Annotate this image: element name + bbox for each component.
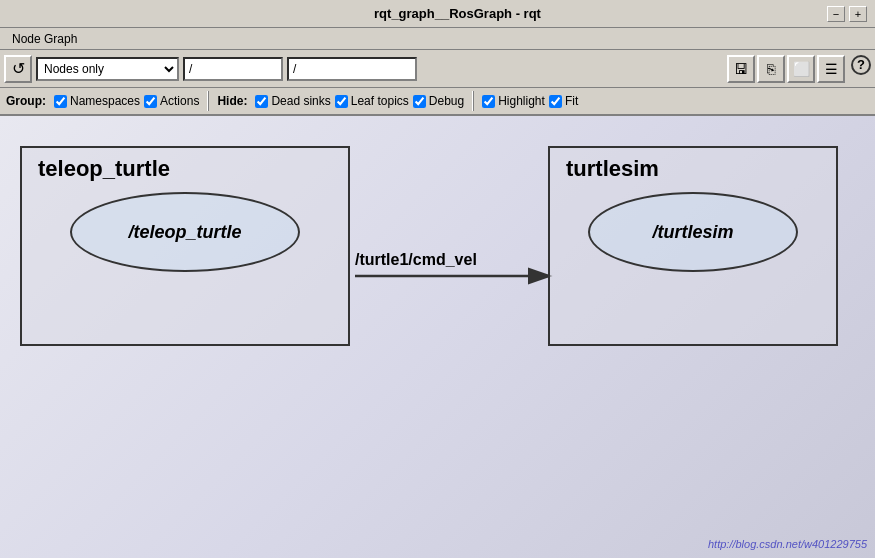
options-bar: Group: Namespaces Actions Hide: Dead sin… [0,88,875,116]
dead-sinks-checkbox[interactable] [255,95,268,108]
view-mode-container: Nodes only Nodes/Topics (all) Nodes/Topi… [36,57,179,81]
dead-sinks-label: Dead sinks [271,94,330,108]
topic-label-container: /turtle1/cmd_vel [355,251,477,269]
config-icon: ☰ [825,61,838,77]
window-title: rqt_graph__RosGraph - rqt [88,6,827,21]
teleop-turtle-node-group: teleop_turtle /teleop_turtle [20,146,350,346]
teleop-turtle-ellipse: /teleop_turtle [70,192,300,272]
hide-label: Hide: [217,94,247,108]
namespaces-checkbox[interactable] [54,95,67,108]
title-bar: rqt_graph__RosGraph - rqt − + [0,0,875,28]
separator-2 [472,91,474,111]
teleop-turtle-ellipse-label: /teleop_turtle [128,222,241,243]
export-button[interactable]: ⬜ [787,55,815,83]
teleop-turtle-title: teleop_turtle [30,156,340,182]
minimize-button[interactable]: − [827,6,845,22]
menu-bar: Node Graph [0,28,875,50]
copy-button[interactable]: ⎘ [757,55,785,83]
menu-node-graph[interactable]: Node Graph [6,30,83,48]
graph-canvas: teleop_turtle /teleop_turtle /turtle1/cm… [0,116,875,558]
debug-option[interactable]: Debug [413,94,464,108]
debug-label: Debug [429,94,464,108]
toolbar-icons: 🖫 ⎘ ⬜ ☰ ? [727,55,871,83]
topic-filter-input[interactable] [287,57,417,81]
turtlesim-ellipse-label: /turtlesim [652,222,733,243]
copy-icon: ⎘ [767,61,775,77]
maximize-button[interactable]: + [849,6,867,22]
export-icon: ⬜ [793,61,810,77]
highlight-label: Highlight [498,94,545,108]
namespace-filter-input[interactable] [183,57,283,81]
namespaces-option[interactable]: Namespaces [54,94,140,108]
leaf-topics-label: Leaf topics [351,94,409,108]
window-controls: − + [827,6,867,22]
dead-sinks-option[interactable]: Dead sinks [255,94,330,108]
refresh-button[interactable]: ↺ [4,55,32,83]
toolbar: ↺ Nodes only Nodes/Topics (all) Nodes/To… [0,50,875,88]
highlight-option[interactable]: Highlight [482,94,545,108]
watermark: http://blog.csdn.net/w401229755 [708,538,867,550]
group-label: Group: [6,94,46,108]
debug-checkbox[interactable] [413,95,426,108]
turtlesim-ellipse: /turtlesim [588,192,798,272]
topic-label: /turtle1/cmd_vel [355,251,477,269]
fit-option[interactable]: Fit [549,94,578,108]
save-button[interactable]: 🖫 [727,55,755,83]
actions-label: Actions [160,94,199,108]
view-mode-dropdown[interactable]: Nodes only Nodes/Topics (all) Nodes/Topi… [36,57,179,81]
leaf-topics-checkbox[interactable] [335,95,348,108]
namespaces-label: Namespaces [70,94,140,108]
save-icon: 🖫 [734,61,748,77]
fit-label: Fit [565,94,578,108]
leaf-topics-option[interactable]: Leaf topics [335,94,409,108]
highlight-checkbox[interactable] [482,95,495,108]
turtlesim-node-group: turtlesim /turtlesim [548,146,838,346]
help-button[interactable]: ? [851,55,871,75]
refresh-icon: ↺ [12,59,25,78]
actions-checkbox[interactable] [144,95,157,108]
help-icon: ? [857,57,865,72]
config-button[interactable]: ☰ [817,55,845,83]
separator-1 [207,91,209,111]
fit-checkbox[interactable] [549,95,562,108]
turtlesim-title: turtlesim [558,156,828,182]
actions-option[interactable]: Actions [144,94,199,108]
